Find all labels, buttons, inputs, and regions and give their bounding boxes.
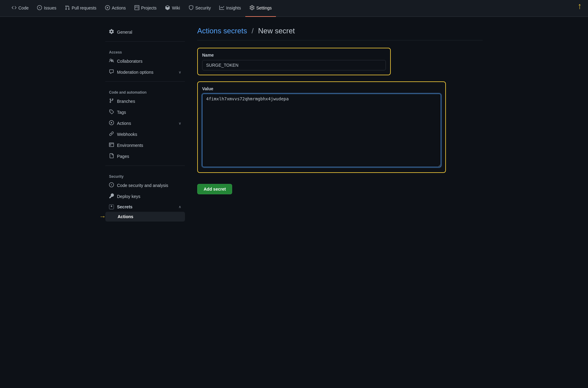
secrets-icon: * [109, 204, 114, 209]
sidebar-deploy-keys-label: Deploy keys [117, 194, 140, 199]
settings-arrow-up: ↑ [578, 1, 582, 11]
value-field-container: Value 4fimxlh7xmvvs72qhmrmgbhx4jwudepa [197, 81, 446, 173]
moderation-row: Moderation options ∨ [109, 69, 181, 75]
main-layout: General Access Collaborators Moderation … [98, 17, 490, 231]
actions-left: Actions [109, 120, 131, 126]
pull-requests-icon [65, 5, 70, 11]
sidebar-general-label: General [117, 30, 132, 35]
wiki-icon [165, 5, 170, 11]
main-content: Actions secrets / New secret Name Value … [197, 27, 483, 222]
actions-chevron: ∨ [179, 121, 181, 125]
sidebar-pages-label: Pages [117, 154, 129, 159]
sidebar-item-moderation[interactable]: Moderation options ∨ [105, 67, 185, 78]
deploy-keys-icon [109, 193, 114, 200]
sidebar-code-section: Code and automation [105, 85, 185, 96]
branches-icon [109, 98, 114, 104]
collaborators-icon [109, 58, 114, 64]
nav-code-label: Code [18, 6, 28, 10]
code-icon [12, 5, 17, 11]
nav-security-label: Security [195, 6, 211, 10]
nav-security[interactable]: Security [184, 0, 215, 17]
sidebar-item-deploy-keys[interactable]: Deploy keys [105, 191, 185, 202]
sidebar-moderation-label: Moderation options [117, 70, 153, 75]
actions-sidebar-arrow: → [99, 213, 106, 221]
sidebar-item-environments[interactable]: Environments [105, 140, 185, 151]
actions-row: Actions ∨ [109, 120, 181, 126]
sidebar-item-webhooks[interactable]: Webhooks [105, 129, 185, 140]
nav-pull-requests-label: Pull requests [72, 6, 96, 10]
nav-issues-label: Issues [44, 6, 56, 10]
name-field-container: Name [197, 48, 391, 75]
nav-projects-label: Projects [141, 6, 157, 10]
actions-play-icon [109, 120, 114, 126]
nav-actions[interactable]: Actions [101, 0, 130, 17]
breadcrumb-current: New secret [258, 27, 295, 35]
tags-icon [109, 109, 114, 115]
sidebar-item-pages[interactable]: Pages [105, 151, 185, 162]
sidebar-code-security-label: Code security and analysis [117, 183, 168, 188]
sidebar-item-actions[interactable]: Actions ∨ [105, 118, 185, 129]
add-secret-container: Add secret [197, 179, 483, 194]
sidebar: General Access Collaborators Moderation … [105, 27, 185, 222]
webhooks-icon [109, 131, 114, 137]
secrets-row: * Secrets ∧ [109, 204, 181, 209]
sidebar-divider-1 [105, 41, 185, 42]
sidebar-actions-secrets-label: Actions [118, 214, 133, 219]
sidebar-item-code-security[interactable]: Code security and analysis [105, 180, 185, 191]
settings-icon [250, 5, 254, 11]
secrets-left: * Secrets [109, 204, 133, 209]
sidebar-actions-label: Actions [117, 121, 131, 126]
insights-icon [219, 5, 224, 11]
sidebar-environments-label: Environments [117, 143, 143, 148]
moderation-left: Moderation options [109, 69, 153, 75]
sidebar-security-section: Security [105, 170, 185, 180]
value-textarea[interactable]: 4fimxlh7xmvvs72qhmrmgbhx4jwudepa [202, 94, 441, 167]
sidebar-webhooks-label: Webhooks [117, 132, 137, 137]
pages-icon [109, 153, 114, 159]
issues-icon [37, 5, 42, 11]
breadcrumb-link[interactable]: Actions secrets [197, 27, 247, 35]
sidebar-collaborators-label: Collaborators [117, 59, 142, 64]
value-label: Value [202, 86, 441, 91]
nav-settings[interactable]: Settings [245, 0, 276, 17]
nav-wiki-label: Wiki [172, 6, 180, 10]
nav-insights[interactable]: Insights [215, 0, 245, 17]
environments-icon [109, 142, 114, 148]
sidebar-item-branches[interactable]: Branches [105, 96, 185, 107]
nav-settings-label: Settings [256, 6, 272, 10]
nav-issues[interactable]: Issues [33, 0, 60, 17]
moderation-chevron: ∨ [179, 70, 181, 74]
nav-pull-requests[interactable]: Pull requests [61, 0, 101, 17]
page-header: Actions secrets / New secret [197, 27, 483, 40]
page-title: Actions secrets / New secret [197, 27, 483, 35]
sidebar-item-collaborators[interactable]: Collaborators [105, 56, 185, 67]
sidebar-item-general[interactable]: General [105, 27, 185, 38]
security-icon [189, 5, 194, 11]
name-input[interactable] [202, 60, 386, 70]
secrets-chevron: ∧ [179, 205, 181, 209]
breadcrumb-separator: / [251, 27, 254, 35]
top-nav: Code Issues Pull requests Actions Projec… [0, 0, 588, 17]
sidebar-item-tags[interactable]: Tags [105, 107, 185, 118]
sidebar-branches-label: Branches [117, 99, 135, 104]
sidebar-divider-2 [105, 81, 185, 82]
sidebar-divider-3 [105, 166, 185, 166]
actions-icon [105, 5, 110, 11]
nav-insights-label: Insights [226, 6, 241, 10]
nav-projects[interactable]: Projects [130, 0, 161, 17]
sidebar-secrets-label: Secrets [117, 204, 133, 209]
sidebar-access-section: Access [105, 45, 185, 56]
gear-icon [109, 29, 114, 35]
add-secret-button[interactable]: Add secret [197, 184, 232, 194]
name-label: Name [202, 53, 386, 58]
code-security-icon [109, 182, 114, 188]
sidebar-tags-label: Tags [117, 110, 126, 115]
nav-actions-label: Actions [112, 6, 126, 10]
sidebar-item-actions-secrets[interactable]: → Actions [105, 212, 185, 222]
nav-code[interactable]: Code [7, 0, 33, 17]
moderation-icon [109, 69, 114, 75]
projects-icon [134, 5, 139, 11]
nav-wiki[interactable]: Wiki [161, 0, 184, 17]
sidebar-item-secrets[interactable]: * Secrets ∧ [105, 202, 185, 212]
